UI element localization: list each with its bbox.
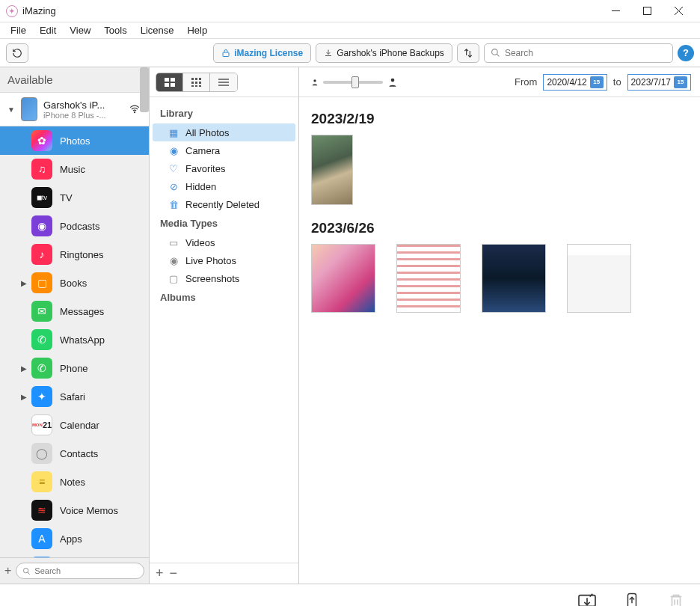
transfer-button[interactable] bbox=[457, 43, 479, 63]
menu-tools[interactable]: Tools bbox=[98, 23, 132, 37]
search-bar[interactable] bbox=[484, 43, 673, 63]
date-to-picker[interactable]: 2023/7/17 15 bbox=[627, 74, 691, 91]
contacts-icon: ◯ bbox=[31, 443, 52, 464]
sidebar-item-files[interactable]: ▤Files bbox=[0, 553, 149, 557]
view-grid-large-button[interactable] bbox=[156, 73, 183, 91]
library-panel: Library ▦All Photos◉Camera♡Favorites⊘Hid… bbox=[150, 67, 299, 584]
sidebar-item-tv[interactable]: ◼tvTV bbox=[0, 183, 149, 212]
refresh-button[interactable] bbox=[6, 43, 28, 63]
svg-rect-20 bbox=[191, 85, 194, 87]
maximize-button[interactable] bbox=[631, 1, 663, 22]
device-name: Garshok's iP... bbox=[43, 100, 122, 111]
sidebar-item-ringtones[interactable]: ♪Ringtones bbox=[0, 240, 149, 269]
app-logo-icon: ✦ bbox=[6, 5, 18, 17]
library-item-all-photos[interactable]: ▦All Photos bbox=[153, 123, 295, 141]
sidebar-item-voice-memos[interactable]: ≋Voice Memos bbox=[0, 496, 149, 524]
library-item-icon: 🗑 bbox=[168, 198, 179, 210]
voice-memos-icon: ≋ bbox=[31, 500, 52, 521]
delete-button[interactable]: Delete bbox=[664, 593, 688, 607]
search-input[interactable] bbox=[505, 48, 666, 58]
svg-rect-4 bbox=[223, 52, 229, 57]
library-item-camera[interactable]: ◉Camera bbox=[153, 141, 295, 159]
media-item-videos[interactable]: ▭Videos bbox=[153, 233, 295, 251]
svg-rect-17 bbox=[191, 82, 194, 84]
menu-view[interactable]: View bbox=[64, 23, 96, 37]
license-button[interactable]: iMazing License bbox=[213, 43, 311, 63]
sidebar-item-photos[interactable]: ✿Photos bbox=[0, 126, 149, 155]
sidebar-item-label: Safari bbox=[60, 391, 85, 403]
sidebar-item-safari[interactable]: ▶✦Safari bbox=[0, 382, 149, 411]
sidebar-item-label: Books bbox=[60, 278, 87, 289]
notes-icon: ≡ bbox=[31, 471, 52, 492]
media-types-header: Media Types bbox=[153, 213, 295, 233]
sidebar-search[interactable] bbox=[16, 563, 144, 579]
ringtones-icon: ♪ bbox=[31, 244, 52, 265]
view-toolbar bbox=[150, 67, 298, 97]
library-item-hidden[interactable]: ⊘Hidden bbox=[153, 177, 295, 195]
media-item-label: Videos bbox=[185, 237, 215, 248]
sidebar-search-input[interactable] bbox=[34, 566, 138, 575]
sidebar-item-label: WhatsApp bbox=[60, 334, 105, 346]
media-item-live-photos[interactable]: ◉Live Photos bbox=[153, 251, 295, 269]
device-backups-button[interactable]: Garshok's iPhone Backups bbox=[316, 43, 452, 63]
library-item-favorites[interactable]: ♡Favorites bbox=[153, 159, 295, 177]
minimize-button[interactable] bbox=[600, 1, 631, 22]
library-item-recently-deleted[interactable]: 🗑Recently Deleted bbox=[153, 195, 295, 213]
thumbnail-size-slider[interactable] bbox=[323, 81, 383, 84]
svg-rect-30 bbox=[672, 596, 681, 606]
sidebar-item-messages[interactable]: ✉Messages bbox=[0, 297, 149, 325]
menu-file[interactable]: File bbox=[4, 23, 32, 37]
toolbar: iMazing License Garshok's iPhone Backups… bbox=[0, 39, 700, 67]
device-backups-label: Garshok's iPhone Backups bbox=[337, 48, 444, 58]
thumbnail-row bbox=[311, 244, 688, 313]
menu-help[interactable]: Help bbox=[181, 23, 213, 37]
title-bar: ✦ iMazing bbox=[0, 0, 700, 22]
photo-thumbnail[interactable] bbox=[567, 244, 631, 313]
svg-point-8 bbox=[24, 568, 28, 572]
sidebar-scrollbar[interactable] bbox=[140, 67, 149, 112]
svg-rect-21 bbox=[195, 85, 197, 87]
sidebar-item-music[interactable]: ♫Music bbox=[0, 155, 149, 183]
nav-list: ✿Photos♫Music◼tvTV◉Podcasts♪Ringtones▶▢B… bbox=[0, 126, 149, 557]
sidebar-item-label: TV bbox=[60, 192, 73, 203]
library-remove-button[interactable]: − bbox=[170, 566, 178, 581]
device-icon bbox=[21, 97, 37, 121]
view-grid-small-button[interactable] bbox=[183, 73, 210, 91]
sidebar-item-phone[interactable]: ▶✆Phone bbox=[0, 354, 149, 382]
sidebar-item-contacts[interactable]: ◯Contacts bbox=[0, 439, 149, 468]
svg-rect-19 bbox=[199, 82, 201, 84]
sidebar-item-podcasts[interactable]: ◉Podcasts bbox=[0, 212, 149, 240]
date-from-picker[interactable]: 2020/4/12 15 bbox=[543, 74, 607, 91]
sidebar-item-calendar[interactable]: MON21Calendar bbox=[0, 411, 149, 439]
chevron-down-icon: ▼ bbox=[7, 105, 15, 114]
photo-thumbnail[interactable] bbox=[311, 244, 375, 313]
photo-thumbnail[interactable] bbox=[311, 135, 353, 205]
help-button[interactable]: ? bbox=[678, 45, 694, 61]
tv-icon: ◼tv bbox=[31, 187, 52, 208]
date-group-header: 2023/2/19 bbox=[311, 111, 688, 127]
sidebar-item-whatsapp[interactable]: ✆WhatsApp bbox=[0, 325, 149, 354]
library-footer: + − bbox=[150, 563, 298, 584]
sidebar-item-books[interactable]: ▶▢Books bbox=[0, 269, 149, 297]
device-row[interactable]: ▼ Garshok's iP... iPhone 8 Plus -... bbox=[0, 92, 149, 126]
whatsapp-icon: ✆ bbox=[31, 329, 52, 350]
photo-thumbnail[interactable] bbox=[396, 244, 461, 313]
sidebar-item-label: Messages bbox=[60, 306, 104, 317]
sidebar-item-label: Calendar bbox=[60, 420, 99, 431]
add-button[interactable]: + bbox=[4, 564, 11, 578]
photo-thumbnail[interactable] bbox=[482, 244, 546, 313]
sidebar-item-apps[interactable]: AApps bbox=[0, 524, 149, 553]
menu-license[interactable]: License bbox=[135, 23, 180, 37]
svg-rect-16 bbox=[199, 78, 201, 80]
import-button[interactable]: Import bbox=[620, 593, 643, 607]
expand-arrow-icon: ▶ bbox=[21, 279, 27, 287]
expand-arrow-icon: ▶ bbox=[21, 393, 27, 401]
export-button[interactable]: Export bbox=[575, 593, 599, 607]
view-list-button[interactable] bbox=[210, 73, 237, 91]
media-item-screenshots[interactable]: ▢Screenshots bbox=[153, 269, 295, 287]
sidebar-item-notes[interactable]: ≡Notes bbox=[0, 468, 149, 496]
close-button[interactable] bbox=[663, 1, 694, 22]
menu-edit[interactable]: Edit bbox=[34, 23, 62, 37]
library-add-button[interactable]: + bbox=[156, 566, 164, 581]
svg-rect-12 bbox=[165, 83, 169, 87]
